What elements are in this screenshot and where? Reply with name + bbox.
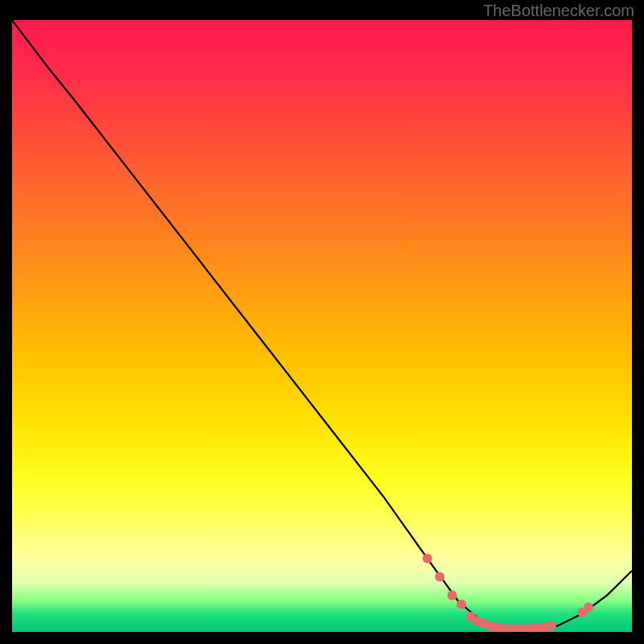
data-marker	[547, 621, 556, 630]
data-marker	[435, 572, 444, 582]
data-marker	[456, 600, 466, 609]
data-marker	[584, 603, 593, 613]
data-marker	[423, 554, 432, 564]
chart-plot-area	[12, 20, 632, 632]
data-marker	[448, 590, 457, 600]
attribution-text: TheBottlenecker.com	[483, 2, 634, 20]
bottleneck-curve	[12, 20, 632, 629]
chart-svg	[12, 20, 632, 632]
